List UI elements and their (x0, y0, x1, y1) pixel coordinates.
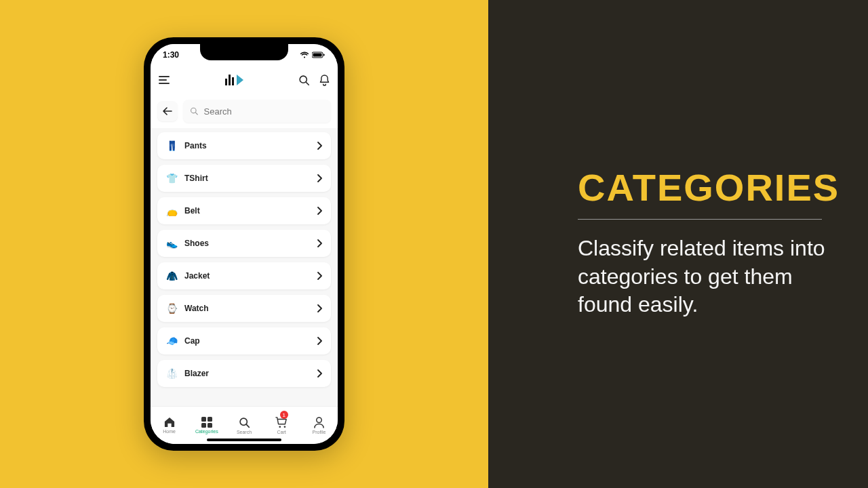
category-item[interactable]: 🧢Cap (157, 327, 331, 354)
chevron-right-icon (317, 272, 323, 280)
svg-point-13 (279, 426, 281, 428)
phone-notch (200, 44, 288, 60)
phone-frame: 1:30 (144, 37, 344, 451)
phone-screen: 1:30 (151, 44, 338, 444)
svg-point-14 (284, 426, 286, 428)
category-icon: 🧢 (165, 335, 178, 347)
svg-point-11 (240, 418, 247, 425)
category-icon: 🥼 (165, 367, 178, 380)
svg-rect-1 (313, 54, 322, 57)
arrow-left-icon (163, 107, 172, 115)
category-label: Blazer (184, 369, 317, 378)
promo-right-panel: CATEGORIES Classify related items into c… (488, 0, 868, 488)
menu-icon[interactable] (159, 76, 170, 84)
category-item[interactable]: 👝Belt (157, 197, 331, 224)
category-label: Jacket (184, 271, 317, 281)
chevron-right-icon (317, 207, 323, 215)
app-logo (225, 75, 243, 85)
status-time: 1:30 (163, 50, 179, 60)
category-icon: 👟 (165, 237, 178, 249)
chevron-right-icon (317, 239, 323, 247)
nav-search-label: Search (237, 430, 252, 434)
category-icon: 👝 (165, 205, 178, 217)
category-icon: 🧥 (165, 270, 178, 282)
svg-point-15 (317, 418, 322, 423)
nav-profile[interactable]: Profile (300, 407, 338, 444)
category-item[interactable]: 🥼Blazer (157, 360, 331, 387)
chevron-right-icon (317, 142, 323, 150)
back-button[interactable] (157, 101, 178, 121)
profile-icon (314, 417, 324, 428)
app-header (151, 66, 338, 94)
category-label: Shoes (184, 239, 317, 248)
svg-rect-10 (208, 423, 212, 428)
chevron-right-icon (317, 369, 323, 378)
nav-home[interactable]: Home (151, 407, 188, 444)
chevron-right-icon (317, 174, 323, 182)
home-indicator (207, 439, 281, 441)
svg-line-12 (246, 424, 249, 427)
svg-point-5 (191, 108, 197, 113)
search-field-icon (190, 106, 199, 116)
search-icon[interactable] (298, 75, 310, 86)
category-icon: 👕 (165, 172, 178, 184)
grid-icon (201, 417, 212, 428)
home-icon (163, 417, 176, 428)
promo-heading: CATEGORIES (578, 169, 827, 207)
promo-divider (578, 219, 822, 220)
category-item[interactable]: 👟Shoes (157, 230, 331, 257)
category-list[interactable]: 👖Pants👕TShirt👝Belt👟Shoes🧥Jacket⌚Watch🧢Ca… (151, 128, 338, 406)
nav-search-icon (239, 417, 250, 428)
category-label: Pants (184, 141, 317, 150)
category-icon: 👖 (165, 140, 178, 152)
nav-profile-label: Profile (312, 430, 326, 434)
svg-point-3 (300, 76, 307, 83)
status-indicators (300, 52, 326, 58)
chevron-right-icon (317, 337, 323, 345)
battery-icon (312, 52, 326, 58)
svg-rect-2 (323, 54, 325, 56)
search-row (151, 94, 338, 128)
svg-rect-7 (201, 417, 206, 422)
wifi-icon (300, 52, 309, 58)
category-item[interactable]: 👖Pants (157, 132, 331, 159)
nav-home-label: Home (163, 429, 176, 434)
search-box[interactable] (183, 100, 331, 123)
svg-line-4 (306, 82, 309, 85)
chevron-right-icon (317, 304, 323, 312)
category-item[interactable]: ⌚Watch (157, 295, 331, 322)
svg-rect-9 (201, 423, 206, 428)
category-icon: ⌚ (165, 302, 178, 314)
category-item[interactable]: 🧥Jacket (157, 262, 331, 289)
category-label: Watch (184, 304, 317, 313)
nav-cart-label: Cart (277, 430, 286, 434)
cart-badge: 1 (280, 411, 288, 419)
search-input[interactable] (204, 106, 324, 117)
promo-left-panel: 1:30 (0, 0, 488, 488)
promo-description: Classify related items into categories t… (578, 235, 827, 319)
svg-rect-8 (208, 417, 212, 422)
category-label: TShirt (184, 174, 317, 183)
bell-icon[interactable] (319, 75, 330, 86)
category-item[interactable]: 👕TShirt (157, 165, 331, 192)
svg-line-6 (195, 113, 197, 115)
category-label: Cap (184, 336, 317, 346)
category-label: Belt (184, 206, 317, 216)
nav-categories-label: Categories (195, 429, 218, 434)
